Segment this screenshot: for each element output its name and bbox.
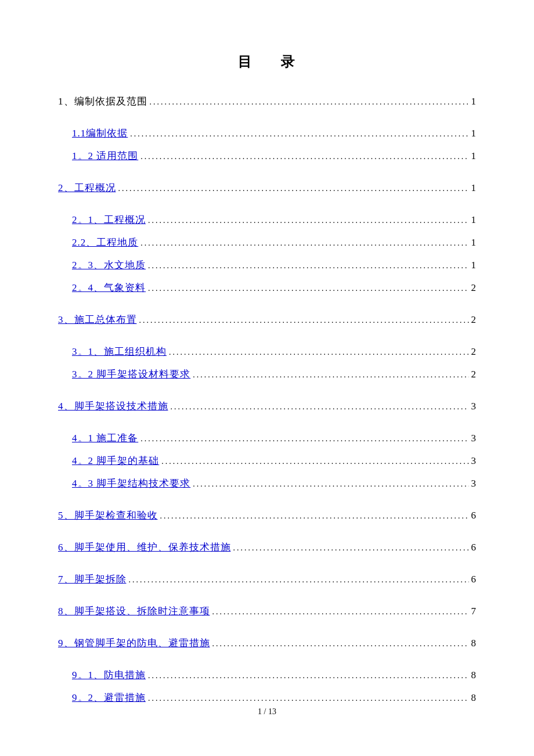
toc-page-number: 3 [471,401,477,411]
toc-page-number: 8 [471,670,477,680]
toc-page-number: 2 [471,283,477,293]
toc-entry: 7、脚手架拆除 6 [58,574,476,584]
toc-page-number: 1 [471,128,477,138]
toc-entry: 1.1编制依据 1 [58,128,476,138]
toc-link[interactable]: 1。2 适用范围 [72,151,138,161]
toc-entry: 5、脚手架检查和验收 6 [58,510,476,520]
page-title: 目录 [58,52,476,71]
toc-link[interactable]: 2。3、水文地质 [72,260,146,270]
title-left: 目 [238,54,253,69]
toc-leader [140,151,468,161]
toc-leader [140,433,468,443]
toc-leader [193,369,468,379]
toc-link[interactable]: 3。1、施工组织机构 [72,347,167,357]
toc-label: 1、编制依据及范围 [58,96,147,106]
toc-entry: 2、工程概况 1 [58,183,476,193]
toc-leader [140,237,468,247]
toc-entry: 3、施工总体布置 2 [58,315,476,325]
toc-leader [129,574,469,584]
toc-link[interactable]: 2、工程概况 [58,183,116,193]
toc-link[interactable]: 6、脚手架使用、维护、保养技术措施 [58,542,231,552]
toc-link[interactable]: 7、脚手架拆除 [58,574,127,584]
toc-leader [212,606,469,616]
toc-page-number: 1 [471,151,477,161]
toc-entry: 4、脚手架搭设技术措施 3 [58,401,476,411]
toc-entry: 1、编制依据及范围 1 [58,96,476,106]
toc-entry: 2.2、工程地质 1 [58,237,476,247]
toc-entry: 2。4、气象资料 2 [58,283,476,293]
toc-leader [118,183,469,193]
toc-leader [139,315,469,325]
toc-link[interactable]: 8、脚手架搭设、拆除时注意事项 [58,606,210,616]
toc-page-number: 1 [471,260,477,270]
toc-leader [148,283,469,293]
toc-entry: 3。1、施工组织机构 2 [58,347,476,357]
toc-entry: 2。3、水文地质 1 [58,260,476,270]
toc-page-number: 3 [471,478,477,488]
toc-entry: 4。2 脚手架的基础 3 [58,456,476,466]
toc-entry: 6、脚手架使用、维护、保养技术措施 6 [58,542,476,552]
toc-leader [148,670,469,680]
toc-entry: 8、脚手架搭设、拆除时注意事项 7 [58,606,476,616]
toc-leader [171,401,469,411]
toc-entry: 1。2 适用范围 1 [58,151,476,161]
toc-link[interactable]: 4。3 脚手架结构技术要求 [72,478,190,488]
document-page: 目录 1、编制依据及范围 11.1编制依据 11。2 适用范围 12、工程概况 … [0,0,534,756]
toc-link[interactable]: 3、施工总体布置 [58,315,137,325]
toc-page-number: 6 [471,510,477,520]
toc-leader [193,478,468,488]
toc-page-number: 8 [471,693,477,703]
toc-leader [160,510,469,520]
toc-page-number: 6 [471,542,477,552]
toc-page-number: 8 [471,638,477,648]
toc-page-number: 3 [471,456,477,466]
toc-link[interactable]: 4。2 脚手架的基础 [72,456,159,466]
toc-page-number: 1 [471,215,477,225]
toc-entry: 2。1、工程概况 1 [58,215,476,225]
toc-page-number: 1 [471,237,477,247]
toc-page-number: 2 [471,315,477,325]
toc-leader [150,96,469,106]
toc-leader [233,542,469,552]
title-right: 录 [281,54,296,69]
toc-link[interactable]: 9。1、防电措施 [72,670,146,680]
toc-entry: 9。1、防电措施 8 [58,670,476,680]
toc-page-number: 1 [471,96,477,106]
toc-link[interactable]: 2。1、工程概况 [72,215,146,225]
toc-page-number: 2 [471,347,477,357]
toc-page-number: 7 [471,606,477,616]
table-of-contents: 1、编制依据及范围 11.1编制依据 11。2 适用范围 12、工程概况 12。… [58,96,476,703]
toc-page-number: 3 [471,433,477,443]
toc-link[interactable]: 2。4、气象资料 [72,283,146,293]
toc-entry: 4。1 施工准备 3 [58,433,476,443]
toc-page-number: 1 [471,183,477,193]
toc-leader [161,456,468,466]
toc-link[interactable]: 1.1编制依据 [72,128,128,138]
toc-leader [148,215,469,225]
toc-entry: 9、钢管脚手架的防电、避雷措施 8 [58,638,476,648]
toc-link[interactable]: 4、脚手架搭设技术措施 [58,401,168,411]
toc-entry: 3。2 脚手架搭设材料要求 2 [58,369,476,379]
toc-leader [130,128,468,138]
toc-entry: 9。2、避雷措施 8 [58,693,476,703]
toc-page-number: 6 [471,574,477,584]
toc-page-number: 2 [471,369,477,379]
toc-link[interactable]: 9。2、避雷措施 [72,693,146,703]
toc-leader [148,693,469,703]
toc-leader [169,347,469,357]
page-number: 1 / 13 [0,707,534,717]
toc-link[interactable]: 2.2、工程地质 [72,237,138,247]
toc-leader [148,260,469,270]
toc-entry: 4。3 脚手架结构技术要求 3 [58,478,476,488]
toc-link[interactable]: 5、脚手架检查和验收 [58,510,158,520]
toc-leader [212,638,469,648]
toc-link[interactable]: 4。1 施工准备 [72,433,138,443]
toc-link[interactable]: 9、钢管脚手架的防电、避雷措施 [58,638,210,648]
toc-link[interactable]: 3。2 脚手架搭设材料要求 [72,369,190,379]
